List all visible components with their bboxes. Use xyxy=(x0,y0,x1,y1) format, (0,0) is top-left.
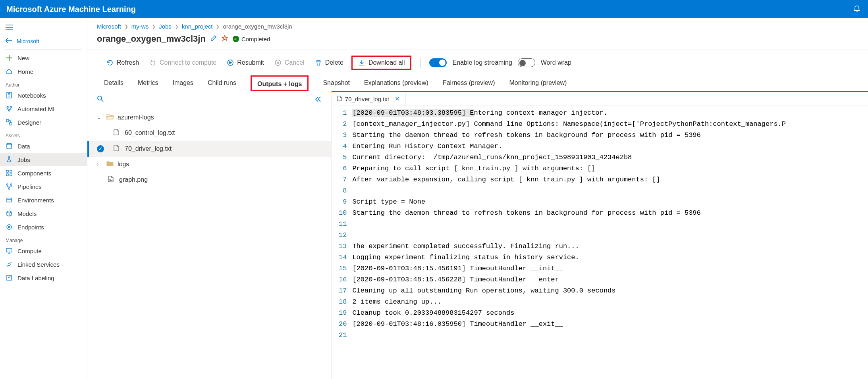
nav-linked-services[interactable]: Linked Services xyxy=(0,258,87,271)
link-icon xyxy=(6,261,13,268)
svg-rect-14 xyxy=(7,198,12,202)
chevron-right-icon: ❯ xyxy=(124,24,128,29)
collapse-panel-icon[interactable] xyxy=(314,96,322,104)
hamburger-icon[interactable] xyxy=(0,21,87,35)
tree-file-70-driver-log[interactable]: ✓ 70_driver_log.txt xyxy=(87,141,331,157)
tab-details[interactable]: Details xyxy=(104,75,123,91)
back-button[interactable]: Microsoft xyxy=(0,35,87,48)
download-icon xyxy=(358,59,365,66)
file-tree: ⌄ azureml-logs 60_control_log.txt ✓ 70_d… xyxy=(87,108,331,189)
tab-snapshot[interactable]: Snapshot xyxy=(323,75,350,91)
breadcrumb-link[interactable]: Jobs xyxy=(159,23,172,30)
tree-file-graph-png[interactable]: graph.png xyxy=(87,172,331,188)
resubmit-button[interactable]: Resubmit xyxy=(224,58,266,68)
notifications-icon[interactable] xyxy=(852,4,862,14)
cancel-button: Cancel xyxy=(272,58,307,68)
svg-point-13 xyxy=(8,188,10,189)
favorite-icon[interactable] xyxy=(222,35,228,43)
checklist-icon xyxy=(6,274,13,281)
cube-icon xyxy=(6,210,13,217)
folder-open-icon xyxy=(106,114,114,121)
tab-child-runs[interactable]: Child runs xyxy=(208,75,236,91)
trash-icon xyxy=(315,59,322,66)
tree-folder-azureml-logs[interactable]: ⌄ azureml-logs xyxy=(87,110,331,125)
nav-automl[interactable]: Automated ML xyxy=(0,102,87,115)
cancel-icon xyxy=(274,59,282,66)
image-file-icon xyxy=(108,176,115,184)
nav-home[interactable]: Home xyxy=(0,65,87,78)
tab-fairness[interactable]: Fairness (preview) xyxy=(443,75,495,91)
tab-bar: Details Metrics Images Child runs Output… xyxy=(87,75,868,91)
svg-point-6 xyxy=(7,143,12,145)
tab-monitoring[interactable]: Monitoring (preview) xyxy=(509,75,567,91)
svg-rect-10 xyxy=(10,174,12,176)
nav-pipelines[interactable]: Pipelines xyxy=(0,180,87,193)
edit-icon[interactable] xyxy=(210,35,217,43)
svg-rect-18 xyxy=(7,275,12,280)
tab-images[interactable]: Images xyxy=(172,75,193,91)
home-icon xyxy=(6,68,13,75)
nav-new[interactable]: New xyxy=(0,51,87,65)
folder-icon xyxy=(106,161,114,168)
check-circle-icon: ✓ xyxy=(233,36,239,42)
log-streaming-label: Enable log streaming xyxy=(452,59,512,66)
breadcrumb-link[interactable]: my-ws xyxy=(131,23,149,30)
tab-outputs-logs[interactable]: Outputs + logs xyxy=(251,75,309,91)
connect-compute-button: Connect to compute xyxy=(147,58,219,68)
line-numbers: 123456789101112131415161718192021 xyxy=(332,106,352,379)
nav-endpoints[interactable]: Endpoints xyxy=(0,220,87,234)
close-icon[interactable]: ✕ xyxy=(395,95,400,102)
nav-components[interactable]: Components xyxy=(0,166,87,180)
file-icon xyxy=(114,145,121,153)
nav-jobs[interactable]: Jobs xyxy=(0,153,87,166)
chevron-down-icon: ⌄ xyxy=(97,115,102,120)
tab-explanations[interactable]: Explanations (preview) xyxy=(364,75,428,91)
left-navigation: Microsoft New Home Author Notebooks Auto… xyxy=(0,18,87,379)
breadcrumb-link[interactable]: knn_project xyxy=(182,23,213,30)
chevron-right-icon: ❯ xyxy=(216,24,220,29)
file-icon xyxy=(337,96,342,102)
nav-data[interactable]: Data xyxy=(0,139,87,153)
word-wrap-label: Word wrap xyxy=(541,59,571,66)
breadcrumb-link[interactable]: Microsoft xyxy=(97,23,121,30)
svg-point-15 xyxy=(7,225,12,229)
nav-notebooks[interactable]: Notebooks xyxy=(0,88,87,102)
designer-icon xyxy=(6,119,13,126)
play-circle-icon xyxy=(227,59,234,66)
svg-point-2 xyxy=(10,106,12,108)
svg-rect-9 xyxy=(6,174,8,176)
nav-data-labeling[interactable]: Data Labeling xyxy=(0,271,87,285)
log-content[interactable]: [2020-09-01T03:48:03.383595] Entering co… xyxy=(352,106,786,379)
components-icon xyxy=(6,169,13,177)
tree-folder-logs[interactable]: › logs xyxy=(87,157,331,172)
log-viewer: 70_driver_log.txt ✕ 12345678910111213141… xyxy=(332,91,868,379)
svg-rect-5 xyxy=(10,123,12,125)
breadcrumb: Microsoft❯ my-ws❯ Jobs❯ knn_project❯ ora… xyxy=(87,18,868,34)
svg-rect-8 xyxy=(10,170,12,172)
tree-file-60-control-log[interactable]: 60_control_log.txt xyxy=(87,125,331,141)
check-icon: ✓ xyxy=(97,145,104,152)
word-wrap-toggle[interactable] xyxy=(518,58,535,67)
nav-section-assets: Assets xyxy=(0,129,87,139)
page-title: orange_oxygen_mw3cl3jn xyxy=(97,34,206,44)
log-streaming-toggle[interactable] xyxy=(429,58,447,67)
chevron-right-icon: ❯ xyxy=(152,24,156,29)
nav-section-manage: Manage xyxy=(0,234,87,244)
nav-models[interactable]: Models xyxy=(0,207,87,220)
delete-button[interactable]: Delete xyxy=(312,58,346,68)
nav-section-author: Author xyxy=(0,78,87,88)
nav-environments[interactable]: Environments xyxy=(0,193,87,207)
refresh-button[interactable]: Refresh xyxy=(104,58,141,68)
svg-rect-4 xyxy=(6,119,9,122)
svg-rect-17 xyxy=(6,248,12,252)
download-all-button[interactable]: Download all xyxy=(356,58,407,68)
editor-tab[interactable]: 70_driver_log.txt ✕ xyxy=(332,92,406,106)
tab-metrics[interactable]: Metrics xyxy=(138,75,158,91)
app-title: Microsoft Azure Machine Learning xyxy=(6,5,852,14)
search-icon[interactable] xyxy=(97,95,104,104)
nav-designer[interactable]: Designer xyxy=(0,115,87,129)
file-tree-panel: ⌄ azureml-logs 60_control_log.txt ✓ 70_d… xyxy=(87,91,332,379)
refresh-icon xyxy=(106,59,114,66)
svg-point-22 xyxy=(110,179,110,180)
nav-compute[interactable]: Compute xyxy=(0,244,87,258)
